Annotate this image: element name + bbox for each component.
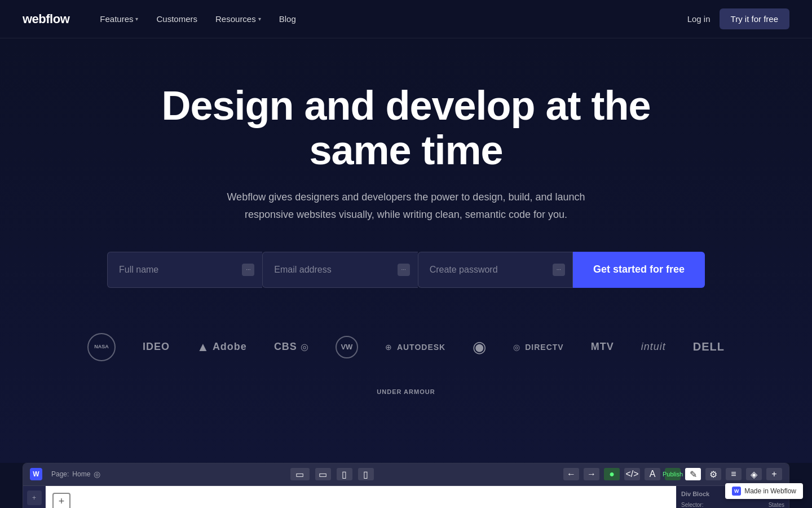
app-sidebar-left: + ⊡ ≡ ⊕ ⊡: [23, 486, 46, 508]
logo-underarmour: UNDER ARMOUR: [377, 388, 435, 395]
app-body: + ⊡ ≡ ⊕ ⊡ + hero img wrap ILLUSTRATION +…: [23, 486, 789, 508]
selector-row: Selector: States: [681, 502, 784, 508]
webflow-badge-icon: W: [732, 487, 741, 496]
app-preview: W Page: Home ◎ ▭ ▭ ▯ ▯ ← → ● </> A Publi…: [23, 463, 789, 508]
toolbar-center: ▭ ▭ ▯ ▯: [109, 468, 554, 480]
logo-dell: DELL: [693, 340, 725, 353]
logo-adobe: ▲ Adobe: [197, 340, 247, 354]
chevron-down-icon: ▾: [258, 16, 261, 22]
get-started-button[interactable]: Get started for free: [573, 252, 705, 288]
name-input-icon: ···: [242, 264, 254, 276]
toolbar-right: ← → ● </> A Publish ✎ ⚙ ≡ ◈ +: [563, 468, 782, 480]
chevron-down-icon: ▾: [135, 16, 138, 22]
logos-section: NASA IDEO ▲ Adobe CBS ◎ VW ⊕ AUTODESK ◉: [23, 322, 789, 429]
hero-section: Design and develop at the same time Webf…: [0, 38, 812, 463]
email-input-wrapper: ···: [262, 252, 417, 288]
settings-btn[interactable]: ⚙: [705, 468, 721, 480]
code-btn[interactable]: </>: [624, 468, 640, 480]
logo-ideo: IDEO: [143, 341, 170, 353]
ecommerce-btn[interactable]: +: [766, 468, 782, 480]
logo-autodesk: ⊕ AUTODESK: [385, 343, 445, 352]
navbar: webflow Features ▾ Customers Resources ▾…: [0, 0, 812, 38]
logo-intuit: intuit: [641, 341, 666, 353]
nav-right: Log in Try it for free: [687, 8, 789, 29]
add-element-btn[interactable]: +: [27, 491, 42, 505]
logo-mtv: MTV: [591, 341, 614, 353]
nav-link-blog[interactable]: Blog: [271, 10, 304, 28]
nav-link-customers[interactable]: Customers: [148, 10, 205, 28]
hero-title: Design and develop at the same time: [152, 84, 660, 173]
nav-link-features[interactable]: Features ▾: [92, 10, 146, 28]
name-input[interactable]: [107, 252, 262, 288]
signup-form: ··· ··· ··· Get started for free: [107, 252, 705, 288]
mobile-small-view-btn[interactable]: ▯: [358, 468, 374, 480]
anim-btn[interactable]: ◈: [746, 468, 762, 480]
logo-mastercard: ◉: [473, 338, 486, 356]
pencil-btn[interactable]: ✎: [685, 468, 701, 480]
nav-links: Features ▾ Customers Resources ▾ Blog: [92, 10, 687, 28]
app-canvas: + hero img wrap ILLUSTRATION +: [46, 486, 676, 508]
logo-cbs: CBS ◎: [274, 341, 308, 353]
green-dot: ●: [604, 468, 620, 480]
font-btn[interactable]: A: [645, 468, 660, 480]
try-free-button[interactable]: Try it for free: [720, 8, 789, 29]
hero-subtitle: Webflow gives designers and developers t…: [226, 189, 586, 223]
email-input-icon: ···: [398, 264, 410, 276]
publish-btn[interactable]: Publish: [665, 468, 681, 480]
name-input-wrapper: ···: [107, 252, 262, 288]
logo-directv: ◎ DIRECTV: [513, 343, 563, 352]
tablet-view-btn[interactable]: ▭: [315, 468, 331, 480]
app-toolbar: W Page: Home ◎ ▭ ▭ ▯ ▯ ← → ● </> A Publi…: [23, 463, 789, 486]
layout-btn[interactable]: ≡: [726, 468, 742, 480]
logo-nasa: NASA: [87, 333, 116, 361]
password-input[interactable]: [418, 252, 573, 288]
nav-logo[interactable]: webflow: [23, 12, 69, 27]
toolbar-page: Page: Home ◎: [51, 470, 100, 479]
redo-btn[interactable]: →: [584, 468, 599, 480]
logo-vw: VW: [336, 336, 358, 358]
canvas-add-btn[interactable]: +: [52, 493, 70, 508]
nav-link-resources[interactable]: Resources ▾: [208, 10, 269, 28]
mobile-view-btn[interactable]: ▯: [337, 468, 352, 480]
email-input[interactable]: [262, 252, 417, 288]
desktop-view-btn[interactable]: ▭: [290, 468, 310, 480]
login-link[interactable]: Log in: [687, 14, 710, 24]
undo-btn[interactable]: ←: [563, 468, 579, 480]
password-input-icon: ···: [553, 264, 565, 276]
toolbar-logo: W: [30, 468, 42, 480]
password-input-wrapper: ···: [418, 252, 573, 288]
made-in-webflow-badge: W Made in Webflow: [725, 483, 803, 499]
made-in-webflow-label: Made in Webflow: [744, 487, 796, 495]
